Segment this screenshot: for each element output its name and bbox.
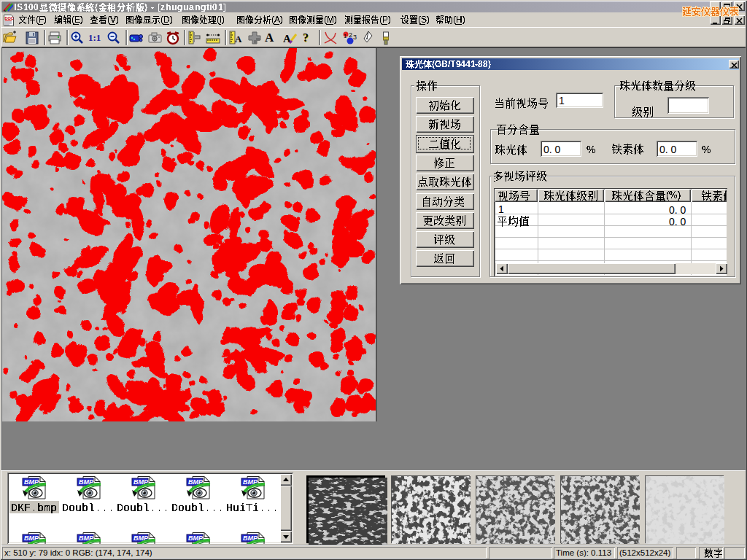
svg-text:3: 3 — [353, 34, 357, 41]
svg-text:2: 2 — [349, 31, 352, 39]
svg-text:DOC: DOC — [5, 16, 14, 20]
svg-text:?: ? — [303, 31, 309, 44]
svg-text:1: 1 — [344, 33, 347, 39]
svg-text:A: A — [235, 34, 242, 44]
